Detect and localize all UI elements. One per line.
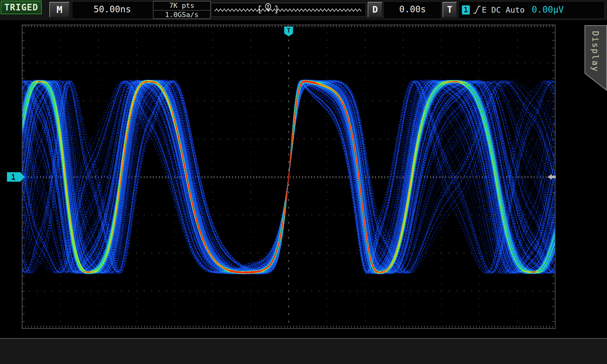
trigger-position-marker[interactable]: T [284,27,293,37]
trigger-slope-rising-icon [473,5,481,15]
timebase-value: 50.00ns [76,4,149,15]
display-menu-title: Display [591,31,600,72]
top-status-bar: TRIGED M 50.00ns 7K pts 1.0GSa/s T D 0.0… [0,0,607,20]
waveform-display[interactable] [22,25,555,329]
trigger-level-arrow[interactable] [548,173,556,181]
trigger-delay-value: 0.00s [387,4,438,15]
trigger-source-badge: 1 [462,5,470,15]
trigger-status-badge: TRIGED [0,0,42,15]
window-bracket-right [275,6,277,13]
memory-waveform-icon: T [212,3,365,16]
svg-text:1: 1 [11,173,15,182]
bottom-status-bar: 1 200.00mV 1X 2 OFF M OFF [0,338,607,364]
window-bracket-left [259,6,261,13]
trigger-level-value: 0.00µV [532,4,564,15]
svg-text:T: T [287,27,290,34]
channel1-level-marker[interactable]: 1 [7,172,26,182]
horizontal-menu-button[interactable]: M [49,2,70,17]
svg-text:T: T [267,4,269,9]
acquisition-info-box: 7K pts 1.0GSa/s [153,1,211,19]
display-menu-tab[interactable]: Display [585,25,607,92]
sample-rate: 1.0GSa/s [153,10,210,19]
strip-trigger-marker: T [266,4,271,12]
horizontal-position-strip[interactable]: T [211,3,366,16]
memory-depth: 7K pts [153,1,210,10]
trigger-menu-button[interactable]: T [443,2,457,17]
trigger-coupling-mode: E DC Auto [482,5,524,15]
delay-button[interactable]: D [368,2,383,17]
